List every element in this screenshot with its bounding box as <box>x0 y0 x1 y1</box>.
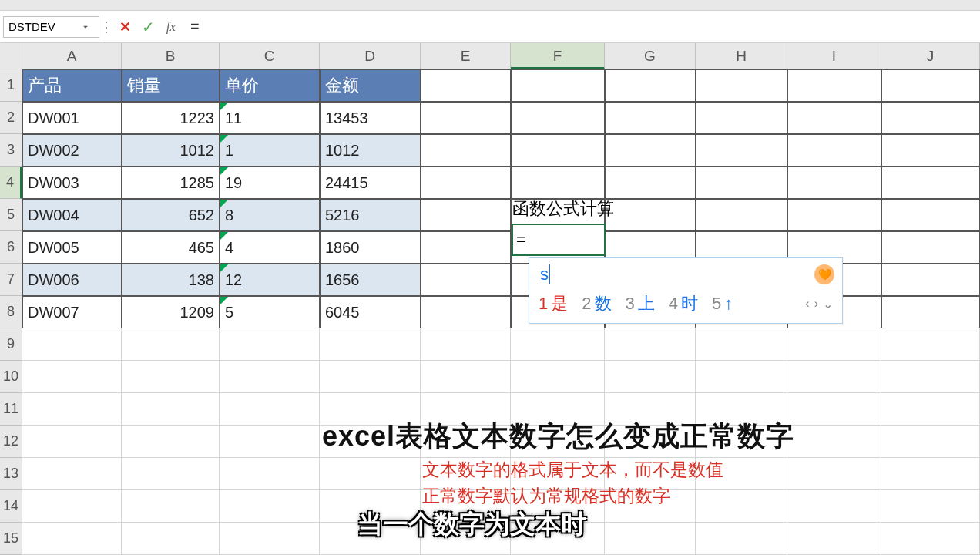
video-caption: 当一个数字为文本时 <box>357 507 586 542</box>
overlay-note-2: 正常数字默认为常规格式的数字 <box>422 484 670 508</box>
ime-cand-2[interactable]: 2数 <box>582 292 611 315</box>
cell-C6[interactable]: 4 <box>220 231 320 264</box>
ime-cand-4[interactable]: 4时 <box>669 292 698 315</box>
spreadsheet-grid[interactable]: A B C D E F G H I J 1 产品 销量 单价 金额 2 DW00… <box>0 43 980 555</box>
ime-input: s <box>529 258 842 286</box>
cell-D1[interactable]: 金额 <box>320 69 421 102</box>
ime-cand-3[interactable]: 3上 <box>626 292 655 315</box>
row-header-10[interactable]: 10 <box>0 361 22 393</box>
formula-input[interactable] <box>183 16 980 38</box>
cell-A3[interactable]: DW002 <box>22 134 122 166</box>
cell-H1[interactable] <box>696 69 787 102</box>
cell-C8[interactable]: 5 <box>220 296 320 328</box>
ime-nav[interactable]: ‹ › ⌄ <box>805 297 833 311</box>
cell-B1[interactable]: 销量 <box>122 69 220 102</box>
cell-C4[interactable]: 19 <box>220 166 320 199</box>
cell-C3[interactable]: 1 <box>220 134 320 166</box>
cell-D2[interactable]: 13453 <box>320 102 421 134</box>
cell-D3[interactable]: 1012 <box>320 134 421 166</box>
active-cell-F4[interactable]: = <box>512 224 606 256</box>
confirm-button[interactable]: ✓ <box>136 16 159 38</box>
col-header-A[interactable]: A <box>22 43 122 69</box>
cell-B7[interactable]: 138 <box>122 264 220 296</box>
cell-C7[interactable]: 12 <box>220 264 320 296</box>
col-header-I[interactable]: I <box>787 43 881 69</box>
cell-B2[interactable]: 1223 <box>122 102 220 134</box>
col-header-G[interactable]: G <box>605 43 696 69</box>
row-header-9[interactable]: 9 <box>0 328 22 361</box>
cell-A7[interactable]: DW006 <box>22 264 122 296</box>
row-header-6[interactable]: 6 <box>0 231 22 264</box>
row-header-12[interactable]: 12 <box>0 426 22 458</box>
name-box[interactable]: DSTDEV <box>3 16 99 38</box>
row-header-7[interactable]: 7 <box>0 264 22 296</box>
cancel-button[interactable]: ✕ <box>113 16 136 38</box>
cell-C5[interactable]: 8 <box>220 199 320 231</box>
cell-G1[interactable] <box>605 69 696 102</box>
cell-B8[interactable]: 1209 <box>122 296 220 328</box>
cell-A8[interactable]: DW007 <box>22 296 122 328</box>
cell-D7[interactable]: 1656 <box>320 264 421 296</box>
col-header-B[interactable]: B <box>122 43 220 69</box>
row-header-1[interactable]: 1 <box>0 69 22 102</box>
select-all-corner[interactable] <box>0 43 22 69</box>
col-header-D[interactable]: D <box>320 43 421 69</box>
cell-D5[interactable]: 5216 <box>320 199 421 231</box>
row-header-5[interactable]: 5 <box>0 199 22 231</box>
cell-A1[interactable]: 产品 <box>22 69 122 102</box>
row-header-13[interactable]: 13 <box>0 458 22 490</box>
overlay-note-1: 文本数字的格式属于文本，而不是数值 <box>422 458 723 482</box>
cell-C1[interactable]: 单价 <box>220 69 320 102</box>
cell-A5[interactable]: DW004 <box>22 199 122 231</box>
row-header-4[interactable]: 4 <box>0 166 22 199</box>
cell-D6[interactable]: 1860 <box>320 231 421 264</box>
row-header-15[interactable]: 15 <box>0 523 22 555</box>
row-header-3[interactable]: 3 <box>0 134 22 166</box>
name-box-dropdown[interactable] <box>77 22 94 32</box>
row-header-11[interactable]: 11 <box>0 393 22 426</box>
cell-I1[interactable] <box>787 69 881 102</box>
ime-next-icon[interactable]: › <box>814 297 818 311</box>
row-header-2[interactable]: 2 <box>0 102 22 134</box>
fx-button[interactable]: fx <box>159 16 183 38</box>
col-header-C[interactable]: C <box>220 43 320 69</box>
cell-F1[interactable] <box>511 69 605 102</box>
col-header-E[interactable]: E <box>421 43 511 69</box>
formula-bar: DSTDEV ⋮ ✕ ✓ fx <box>0 11 980 43</box>
menu-bar-area <box>0 0 980 11</box>
overlay-title: excel表格文本数字怎么变成正常数字 <box>322 418 794 456</box>
row-header-14[interactable]: 14 <box>0 490 22 523</box>
ime-cand-1[interactable]: 1是 <box>539 292 568 315</box>
cell-B5[interactable]: 652 <box>122 199 220 231</box>
ime-expand-icon[interactable]: ⌄ <box>823 297 833 311</box>
cell-A2[interactable]: DW001 <box>22 102 122 134</box>
cell-A6[interactable]: DW005 <box>22 231 122 264</box>
cell-D8[interactable]: 6045 <box>320 296 421 328</box>
ime-prev-icon[interactable]: ‹ <box>805 297 809 311</box>
cell-B3[interactable]: 1012 <box>122 134 220 166</box>
ime-popup: 🧡 s 1是 2数 3上 4时 5↑ ‹ › ⌄ <box>529 257 843 324</box>
cell-J1[interactable] <box>881 69 980 102</box>
col-header-H[interactable]: H <box>696 43 787 69</box>
cell-C2[interactable]: 11 <box>220 102 320 134</box>
separator: ⋮ <box>99 18 113 35</box>
chevron-down-icon <box>80 22 91 32</box>
col-header-J[interactable]: J <box>881 43 980 69</box>
cell-E1[interactable] <box>421 69 511 102</box>
ime-emoji-icon[interactable]: 🧡 <box>814 264 834 284</box>
row-header-8[interactable]: 8 <box>0 296 22 328</box>
cell-A4[interactable]: DW003 <box>22 166 122 199</box>
ime-cand-5[interactable]: 5↑ <box>712 294 733 314</box>
ime-candidates: 1是 2数 3上 4时 5↑ ‹ › ⌄ <box>529 286 842 323</box>
cell-F4-value: = <box>516 230 526 250</box>
name-box-value: DSTDEV <box>8 20 55 33</box>
cell-D4[interactable]: 24415 <box>320 166 421 199</box>
column-headers: A B C D E F G H I J <box>0 43 980 69</box>
cell-B6[interactable]: 465 <box>122 231 220 264</box>
cell-B4[interactable]: 1285 <box>122 166 220 199</box>
col-header-F[interactable]: F <box>511 43 605 69</box>
cell-F3-label: 函数公式计算 <box>512 197 614 220</box>
